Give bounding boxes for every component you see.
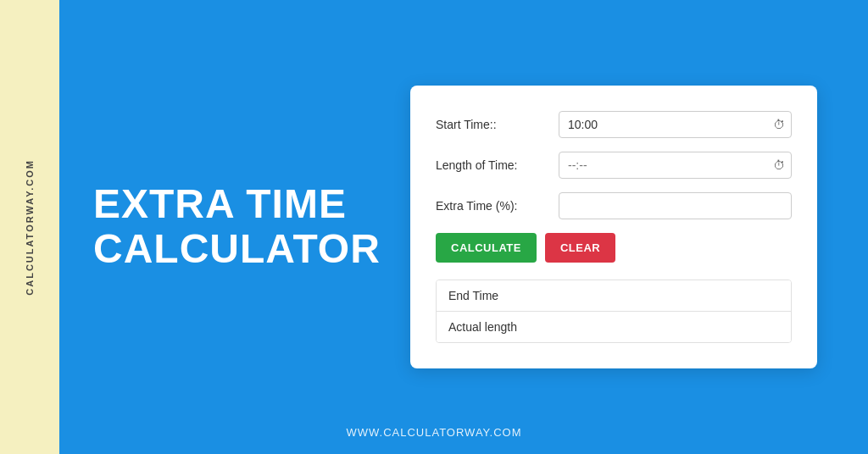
title-line1: EXTRA TIME <box>93 182 348 227</box>
clear-button[interactable]: CLEAR <box>545 233 615 263</box>
extra-time-input-wrapper <box>559 192 792 219</box>
main-content: EXTRA TIME CALCULATOR Start Time:: ⏱ Len… <box>59 0 868 454</box>
length-of-time-input-wrapper: ⏱ <box>559 152 792 179</box>
title-line2: CALCULATOR <box>93 227 348 272</box>
length-of-time-input[interactable] <box>559 152 792 179</box>
length-of-time-label: Length of Time: <box>436 158 559 172</box>
title-section: EXTRA TIME CALCULATOR <box>93 182 348 272</box>
results-section: End Time Actual length <box>436 280 792 343</box>
start-time-input[interactable] <box>559 111 792 138</box>
start-time-label: Start Time:: <box>436 118 559 131</box>
start-time-row: Start Time:: ⏱ <box>436 111 792 138</box>
extra-time-input[interactable] <box>559 192 792 219</box>
footer: WWW.CALCULATORWAY.COM <box>0 426 868 439</box>
calculator-card: Start Time:: ⏱ Length of Time: ⏱ Extra T… <box>410 86 817 368</box>
sidebar-text: CALCULATORWAY.COM <box>25 159 35 296</box>
extra-time-row: Extra Time (%): <box>436 192 792 219</box>
footer-text: WWW.CALCULATORWAY.COM <box>346 426 521 439</box>
end-time-result: End Time <box>437 280 791 312</box>
main-title: EXTRA TIME CALCULATOR <box>93 182 348 272</box>
start-time-input-wrapper: ⏱ <box>559 111 792 138</box>
buttons-row: CALCULATE CLEAR <box>436 233 792 263</box>
actual-length-result: Actual length <box>437 312 791 342</box>
calculate-button[interactable]: CALCULATE <box>436 233 537 263</box>
length-of-time-row: Length of Time: ⏱ <box>436 152 792 179</box>
yellow-sidebar: CALCULATORWAY.COM <box>0 0 59 454</box>
extra-time-label: Extra Time (%): <box>436 199 559 213</box>
